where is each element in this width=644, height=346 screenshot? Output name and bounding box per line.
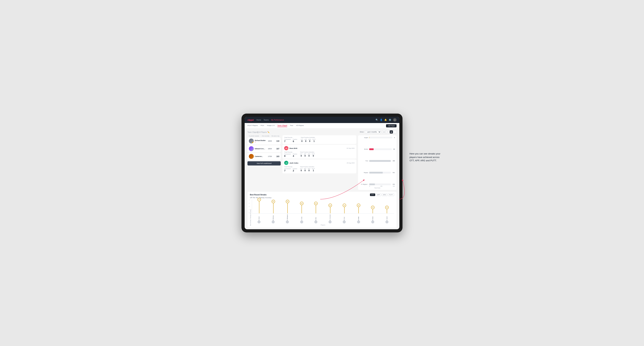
streak-bubble-1: 6x xyxy=(272,200,275,203)
subnav-tour[interactable]: Tour xyxy=(290,124,293,127)
period-select[interactable]: Last 3 months xyxy=(365,130,381,134)
player-streak-name-5: E. Crossman xyxy=(323,214,337,220)
streak-bubble-3: 5x xyxy=(300,202,304,205)
bar-row-eagles: Eagles 3 xyxy=(360,137,395,138)
bar-label: Eagles xyxy=(360,137,368,138)
player-avg-3: 103 xyxy=(274,156,279,158)
subnav-hcaps[interactable]: Hcaps 1-5 xyxy=(267,124,274,127)
card-avatar-josh: JC xyxy=(284,161,288,165)
nav-links: Home Teams My Performance xyxy=(256,119,376,121)
view-icons: ⊞ ≡ ▦ ⋮ xyxy=(382,130,396,134)
grid-view-btn[interactable]: ⊞ xyxy=(382,130,386,134)
card-view-btn[interactable]: ▦ xyxy=(390,130,393,134)
list-view-btn[interactable]: ≡ xyxy=(386,130,389,134)
bar-value: 3 xyxy=(394,137,395,138)
bar-label: Pars xyxy=(360,160,368,162)
player-streak-avatar-1 xyxy=(266,220,280,223)
add-team-button[interactable]: Add Team xyxy=(386,124,396,127)
y-tick-5: 5 xyxy=(249,203,249,204)
more-view-btn[interactable]: ⋮ xyxy=(394,130,396,134)
subnav-pga[interactable]: PGA xyxy=(260,124,264,127)
streak-col-7: 4x xyxy=(352,199,366,213)
player-streak-avatar-0 xyxy=(252,220,266,223)
player-heart-1: ♥ xyxy=(255,141,266,143)
settings-icon[interactable]: ⚙️ xyxy=(389,119,391,121)
col-pb-avg: PB AVG SQ xyxy=(272,135,279,137)
player-avatars-row xyxy=(252,220,394,223)
player-row-2[interactable]: 2 Edward Crossman 18/20 107 xyxy=(248,145,281,152)
subnav-all-players[interactable]: All Players xyxy=(296,124,304,127)
card-name-rees: Rees Britt xyxy=(290,147,346,149)
player-row-3[interactable]: 3 Cameron... 17/20 103 xyxy=(248,153,281,160)
streak-bubble-2: 6x xyxy=(286,200,289,203)
streak-col-6: 4x xyxy=(337,199,352,213)
player-streak-avatar-8 xyxy=(366,220,380,223)
subnav-team-clippd[interactable]: Team Clippd xyxy=(278,124,287,127)
practice-activities-label: Total Practice Activities xyxy=(300,151,315,153)
search-icon[interactable]: 🔍 xyxy=(376,119,378,121)
player-avatar-1: 1 xyxy=(249,139,254,144)
bar-chart-card: Eagles 3 Birdies 96 Pars 499 Bogeys 311 … xyxy=(358,135,396,190)
streak-chart-bars: 7 5 3 1 0 7x6x6x5x5x4x4x4x3x3x xyxy=(252,199,394,213)
streak-bubble-8: 3x xyxy=(371,206,374,209)
player-avatar-2: 2 xyxy=(249,146,254,151)
streak-line-2 xyxy=(287,201,288,213)
y-tick-7: 7 xyxy=(249,199,249,201)
nav-link-teams[interactable]: Teams xyxy=(264,119,268,121)
player-streak-name-2: D. Billingham xyxy=(280,214,294,220)
bar-label: Birdies xyxy=(360,148,368,150)
y-tick-1: 1 xyxy=(249,209,249,210)
bar-label: Bogeys xyxy=(360,172,368,173)
bar-row-bogeys: Bogeys 311 xyxy=(360,172,395,173)
total-shots-label: Total Shots xyxy=(360,187,395,188)
player-avatar-3: 3 xyxy=(249,154,254,159)
player-streak-name-3: J. Coles xyxy=(294,214,309,220)
bell-icon[interactable]: 🔔 xyxy=(384,119,387,121)
app-filter-btn[interactable]: APP xyxy=(376,193,381,196)
bar-chart-panel: Eagles 3 Birdies 96 Pars 499 Bogeys 311 … xyxy=(358,135,396,190)
player-streak-avatar-6 xyxy=(337,220,352,223)
player-row-1[interactable]: 1 Richard Butler ♥ 19/20 110 xyxy=(248,138,281,145)
card-avatar-rees: RB xyxy=(284,146,288,150)
leaderboard-panel: PLAYER NAME PB SCORE PB AVG SQ 1 Richard… xyxy=(248,135,281,190)
nav-right: 🔍 👤 🔔 ⚙️ U xyxy=(376,118,396,122)
player-card-rees[interactable]: RB Rees Britt 02 Sep 2023 Total Rounds T… xyxy=(282,145,356,159)
bar-fill xyxy=(369,183,375,185)
bar-label: D. Bogeys + xyxy=(360,183,368,185)
user-avatar[interactable]: U xyxy=(393,118,396,122)
streak-col-3: 5x xyxy=(295,199,309,213)
bar-value: 131 xyxy=(392,183,395,185)
player-card-josh[interactable]: JC Josh Coles 26 Aug 2023 Total Rounds T… xyxy=(282,159,356,173)
arg-filter-btn[interactable]: ARG xyxy=(382,193,387,196)
nav-link-home[interactable]: Home xyxy=(256,119,261,121)
streaks-subtitle: Off The Tee, Fairway Accuracy xyxy=(250,197,394,198)
sub-nav: PGAT Players PGA Hcaps 1-5 Team Clippd T… xyxy=(245,123,399,129)
bar-fill xyxy=(369,172,383,173)
player-info-1: Richard Butler ♥ xyxy=(255,140,266,143)
axis-400: 400 xyxy=(393,185,395,187)
person-icon[interactable]: 👤 xyxy=(380,119,382,121)
player-score-1: 19/20 xyxy=(267,140,273,142)
streak-filter-buttons: OTT APP ARG PUTT xyxy=(370,193,394,196)
streak-line-1 xyxy=(273,201,274,213)
nav-link-performance[interactable]: My Performance xyxy=(271,119,284,121)
card-date-rees: 02 Sep 2023 xyxy=(347,148,354,149)
annotation-text: Here you can see streaks your players ha… xyxy=(410,152,444,162)
show-label: Show xyxy=(360,131,364,133)
card-date-josh: 26 Aug 2023 xyxy=(347,162,354,164)
bar-track xyxy=(369,172,391,173)
putt-filter-btn[interactable]: PUTT xyxy=(388,193,394,196)
team-header-right: Show Last 3 months ⊞ ≡ ▦ ⋮ xyxy=(360,130,396,134)
streak-col-1: 6x xyxy=(266,199,280,213)
y-axis-label: Best Streak, Fairway Accuracy xyxy=(250,199,251,226)
bar-track xyxy=(369,137,392,138)
ott-filter-btn[interactable]: OTT xyxy=(370,193,375,196)
bar-chart-area: Eagles 3 Birdies 96 Pars 499 Bogeys 311 … xyxy=(360,137,395,185)
annotation-block: Here you can see streaks your players ha… xyxy=(410,152,444,162)
card-stats-rees: Total Rounds Tournament 8 Practice xyxy=(284,151,354,157)
rounds-header-card: Total Rounds Tournament 7 Practice xyxy=(282,135,356,144)
y-tick-0: 0 xyxy=(249,212,249,213)
subnav-pgat[interactable]: PGAT Players xyxy=(248,124,258,127)
view-leaderboard-button[interactable]: View Full Leaderboard xyxy=(248,161,281,166)
card-header-rees: RB Rees Britt 02 Sep 2023 xyxy=(284,146,354,150)
